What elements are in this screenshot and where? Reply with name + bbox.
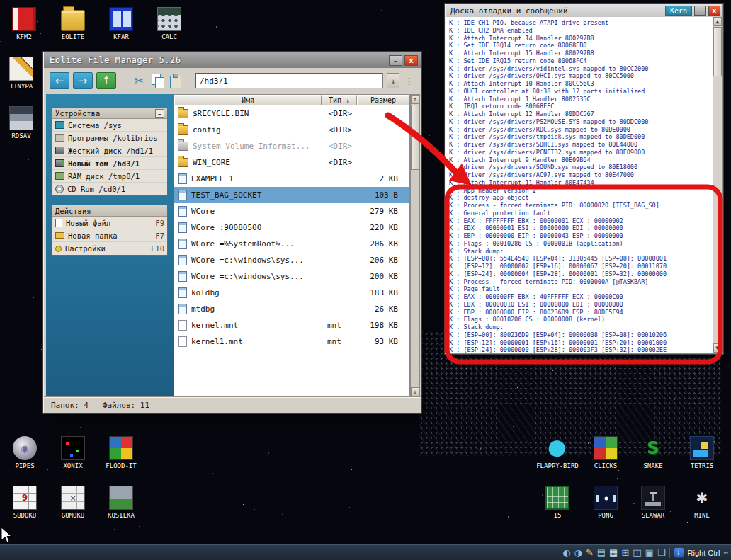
taskbar-overflow-icon[interactable]: ⋯ [723, 548, 728, 557]
back-button[interactable]: ← [50, 72, 69, 89]
device-item-hd3-1[interactable]: Новый том /hd3/1 [52, 157, 167, 170]
desktop-icon-gomoku[interactable]: ×GOMOKU [49, 486, 97, 519]
file-row-config[interactable]: config<DIR> [174, 122, 409, 138]
desktop-icon-clicks[interactable]: CLICKS [582, 436, 630, 469]
file-row-example-1[interactable]: EXAMPLE_12 KB [174, 171, 409, 187]
debug-minimize-button[interactable]: – [694, 6, 706, 16]
column-header-name[interactable]: Имя [174, 95, 322, 105]
desktop-icon-label: KOSILKA [97, 512, 145, 519]
desktop-icon-kfar[interactable]: KFAR [97, 7, 145, 40]
desktop-icon-label: SEAWAR [629, 512, 677, 519]
file-row-mtdbg[interactable]: mtdbg26 KB [174, 301, 409, 317]
forward-button[interactable]: → [73, 72, 93, 89]
keyboard-layout-icon[interactable]: ↓ [674, 547, 684, 558]
folder-icon [178, 125, 188, 135]
debug-titlebar[interactable]: Доска отладки и сообщений Kern – x [446, 4, 722, 17]
debug-log-line: K : EBP : 00000000 EIP : 00000043 ESP : … [449, 232, 713, 240]
scroll-down-icon[interactable]: ↓ [411, 387, 419, 396]
debug-scroll-down-icon[interactable]: ▼ [713, 343, 722, 353]
file-icon [178, 239, 187, 249]
desktop-icon-rdsav[interactable]: RDSAV [0, 106, 45, 139]
desktop-icon-kosilka[interactable]: KOSILKA [97, 486, 145, 519]
file-size: 206 KB [358, 256, 409, 265]
desktop-icon-tinypa[interactable]: TINYPA [0, 57, 45, 90]
file-row-win-core[interactable]: WIN_CORE<DIR> [174, 154, 409, 171]
device-item-hd1-1[interactable]: Жесткий диск /hd1/1 [52, 144, 167, 157]
file-row-wcore-c-windows-sys[interactable]: WCore =c:\windows\sys...200 KB [174, 268, 409, 285]
document-icon[interactable]: ▤ [597, 548, 606, 557]
column-header-size[interactable]: Размер [357, 95, 409, 105]
cut-icon[interactable]: ✂ [130, 74, 147, 88]
pencil-icon[interactable]: ✎ [586, 548, 594, 557]
sheet-icon[interactable]: ❏ [657, 548, 666, 557]
device-item-ram-tmp0-1[interactable]: RAM диск /tmp0/1 [52, 170, 167, 183]
file-name: $RECYCLE.BIN [193, 109, 324, 118]
devices-collapse-button[interactable]: = [155, 109, 164, 118]
eolite-minimize-button[interactable]: – [389, 55, 402, 66]
desktop-icon-sudoku[interactable]: 9SUDOKU [1, 486, 49, 519]
window-icon[interactable]: ⊞ [621, 548, 629, 557]
eolite-titlebar[interactable]: Eolite File Manager 5.26 – x [44, 52, 421, 68]
desktop-icon-calc[interactable]: CALC [145, 7, 193, 40]
file-type: mnt [323, 321, 358, 330]
kern-button[interactable]: Kern [665, 6, 692, 16]
debug-scrollbar-thumb[interactable] [713, 27, 722, 76]
desktop-icon-pong[interactable]: PONG [582, 486, 630, 519]
file-row-kernel-mnt[interactable]: kernel.mntmnt198 KB [174, 317, 409, 333]
column-header-type[interactable]: Тип ↓ [322, 95, 357, 105]
device-item-sys[interactable]: Система /sys [52, 119, 167, 132]
device-item-cd-rom-cd0-1[interactable]: CD-Rom /cd0/1 [52, 183, 167, 195]
desktop-icon-flappy-bird[interactable]: FLAPPY-BIRD [533, 436, 582, 469]
desktop-icon-tetris[interactable]: TETRIS [678, 436, 726, 469]
debug-log-line: K : driver /sys/drivers/SOUND.sys mapped… [449, 164, 713, 171]
file-row-wcore[interactable]: WCore279 KB [174, 203, 409, 219]
board-icon[interactable]: ▣ [645, 548, 654, 557]
file-row-koldbg[interactable]: koldbg183 KB [174, 285, 409, 301]
desktop-icon-mine[interactable]: ✱MINE [678, 486, 726, 519]
copy-icon[interactable] [151, 73, 165, 88]
file-row-wcore-90080500[interactable]: WCore :90080500220 KB [174, 219, 409, 236]
file-row-wcore-systemroot[interactable]: WCore =%SystemRoot%...206 KB [174, 236, 409, 252]
desktop-icon-snake[interactable]: SSNAKE [629, 436, 677, 469]
desktop-icon-label: GOMOKU [49, 512, 97, 519]
desktop-icon-seawar[interactable]: SEAWAR [629, 486, 677, 519]
file-row-recycle-bin[interactable]: $RECYCLE.BIN<DIR> [174, 105, 409, 122]
action-item-[interactable]: Новая папкаF7 [52, 229, 167, 242]
path-dropdown-button[interactable]: ↓ [387, 73, 400, 88]
clock-icon[interactable]: ◐ [562, 548, 570, 557]
desktop-icon-flood-it[interactable]: FLOOD-IT [97, 436, 145, 469]
up-button[interactable]: ↑ [96, 72, 116, 89]
network-icon[interactable]: ◑ [574, 548, 582, 557]
file-row-wcore-c-windows-sys[interactable]: WCore =c:\windows\sys...206 KB [174, 252, 409, 268]
rdsav-icon [9, 106, 33, 130]
desktop-icon-eolite[interactable]: EOLITE [49, 7, 97, 40]
paste-icon[interactable] [169, 73, 183, 88]
file-row-system-volume-informat[interactable]: System Volume Informat...<DIR> [174, 138, 409, 154]
action-item-[interactable]: Новый файлF9 [52, 217, 167, 229]
action-item-[interactable]: НастройкиF10 [52, 242, 167, 255]
keyboard-layout-label[interactable]: Right Ctrl [688, 549, 720, 557]
scroll-up-icon[interactable]: ↑ [411, 95, 419, 104]
file-list-scrollbar[interactable]: ↑ ↓ [410, 94, 420, 397]
icon-glyph: 9 [13, 486, 36, 509]
desktop-icon-15[interactable]: 15 [533, 486, 582, 519]
device-item-kolibrios[interactable]: Программы /kolibrios [52, 132, 167, 144]
debug-scroll-up-icon[interactable]: ▲ [713, 17, 722, 26]
debug-scrollbar[interactable]: ▲ ▼ [713, 17, 722, 353]
file-row-test-bag-socket[interactable]: TEST_BAG_SOCKET103 B [174, 187, 409, 203]
panel-icon[interactable]: ◫ [633, 548, 641, 557]
grid-icon[interactable]: ▦ [609, 548, 618, 557]
file-row-kernel1-mnt[interactable]: kernel1.mntmnt93 KB [174, 333, 409, 350]
window-menu-icon[interactable]: ⋮ [403, 76, 415, 86]
file-icon [178, 255, 187, 265]
debug-log-line: K : IDE CH1 PIO, because ATAPI drive pre… [449, 19, 713, 27]
eolite-close-button[interactable]: x [404, 55, 418, 66]
newfile-icon [55, 219, 62, 227]
debug-close-button[interactable]: x [708, 6, 720, 16]
action-label: Новая папка [68, 232, 118, 240]
desktop-icon-kfm2[interactable]: KFM2 [0, 7, 48, 40]
path-input[interactable] [196, 73, 383, 88]
desktop-icon-pipes[interactable]: ◉PIPES [1, 436, 49, 469]
desktop-icon-xonix[interactable]: XONIX [49, 436, 97, 469]
scrollbar-thumb[interactable] [411, 105, 419, 170]
